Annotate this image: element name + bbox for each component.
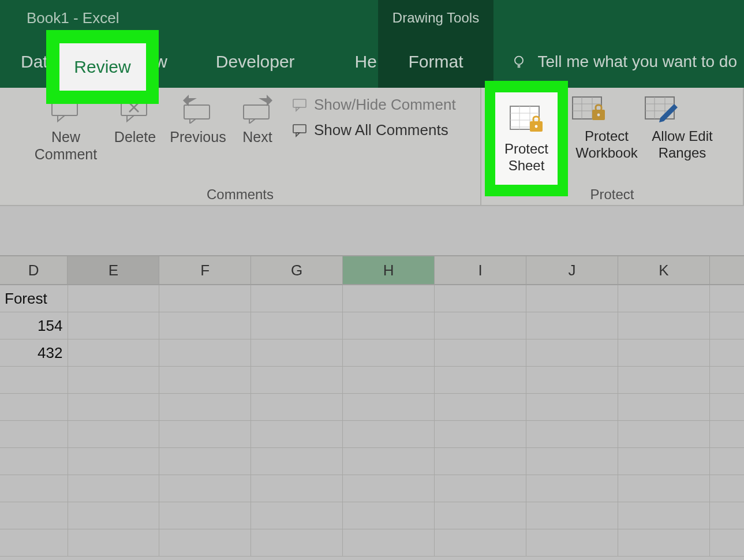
svg-point-0 [515,57,523,65]
protect-sheet-button[interactable]: Protect Sheet [495,92,558,185]
cell-g1[interactable] [251,285,343,312]
spreadsheet-grid[interactable]: D E F G H I J K Forest 154 432 [0,255,744,560]
cell-k2[interactable] [618,312,710,339]
allow-edit-icon [642,94,681,125]
svg-rect-6 [293,125,306,133]
svg-rect-5 [293,99,306,107]
row-1: Forest [0,285,744,312]
cell-d2[interactable]: 154 [0,312,68,339]
allow-edit-ranges-button[interactable]: Allow Edit Ranges [642,94,723,162]
cell-f2[interactable] [159,312,251,339]
window-title: Book1 - Excel [27,9,119,27]
show-hide-comment-button[interactable]: Show/Hide Comment [292,96,456,114]
cell-i2[interactable] [435,312,526,339]
col-header-j[interactable]: J [526,256,618,284]
cell-l3[interactable] [710,339,744,366]
cell-e1[interactable] [68,285,160,312]
cell-i3[interactable] [435,339,526,366]
cell-k1[interactable] [618,285,710,312]
previous-icon [181,95,215,124]
row-3: 432 [0,339,744,367]
new-comment-button[interactable]: New Comment [25,95,106,163]
tell-me-search[interactable]: Tell me what you want to do [511,36,737,88]
column-headers: D E F G H I J K [0,255,744,285]
col-header-h[interactable]: H [343,256,435,284]
cell-j2[interactable] [526,312,618,339]
show-all-comments-button[interactable]: Show All Comments [292,121,448,139]
tab-developer[interactable]: Developer [205,36,305,88]
cell-h3[interactable] [343,339,435,366]
highlight-protect-sheet: Protect Sheet [485,81,568,196]
cell-g3[interactable] [251,339,343,366]
context-tools-tab: Drawing Tools [378,0,493,36]
group-label-comments: Comments [0,186,480,203]
cell-d4[interactable] [0,367,68,393]
svg-rect-9 [596,105,601,111]
cell-i1[interactable] [435,285,526,312]
col-header-k[interactable]: K [618,256,710,284]
comment-small-icon [292,98,308,112]
col-header-next[interactable] [710,256,744,284]
col-header-e[interactable]: E [68,256,159,284]
cell-f1[interactable] [159,285,251,312]
cell-h1[interactable] [343,285,435,312]
svg-rect-4 [244,105,269,119]
row-5 [0,394,744,421]
col-header-d[interactable]: D [0,256,68,284]
lightbulb-icon [511,54,527,70]
cell-j3[interactable] [526,339,618,366]
cell-g2[interactable] [251,312,343,339]
ribbon-group-comments: New Comment Delete Previous Next Show/Hi… [0,88,481,205]
cell-d3[interactable]: 432 [0,339,68,366]
highlight-review-tab: Review [46,30,159,104]
ribbon: New Comment Delete Previous Next Show/Hi… [0,88,744,206]
svg-point-15 [535,125,538,128]
cell-l1[interactable] [710,285,744,312]
tell-me-placeholder: Tell me what you want to do [537,53,737,71]
svg-rect-3 [184,105,210,119]
svg-point-10 [597,114,600,117]
row-2: 154 [0,312,744,339]
row-10 [0,529,744,557]
cell-l2[interactable] [710,312,744,339]
row-6 [0,421,744,448]
cell-h2[interactable] [343,312,435,339]
protect-sheet-icon [507,103,546,136]
previous-comment-button[interactable]: Previous [166,95,230,145]
tab-review[interactable]: Review [59,43,146,91]
svg-rect-11 [645,97,674,119]
cell-j1[interactable] [526,285,618,312]
col-header-i[interactable]: I [435,256,526,284]
tab-format[interactable]: Format [378,36,493,88]
cell-d1[interactable]: Forest [0,285,68,312]
cell-k3[interactable] [618,339,710,366]
col-header-f[interactable]: F [159,256,251,284]
row-8 [0,475,744,502]
row-9 [0,502,744,529]
next-comment-button[interactable]: Next [237,95,278,145]
formula-bar-area [0,206,744,255]
col-header-g[interactable]: G [251,256,343,284]
comment-small-icon [292,124,308,137]
cell-e2[interactable] [68,312,160,339]
cell-f3[interactable] [159,339,251,366]
row-4 [0,367,744,394]
protect-workbook-button[interactable]: Protect Workbook [569,94,644,162]
row-7 [0,448,744,475]
protect-workbook-icon [569,94,608,125]
cell-e3[interactable] [68,339,160,366]
next-icon [240,95,275,124]
